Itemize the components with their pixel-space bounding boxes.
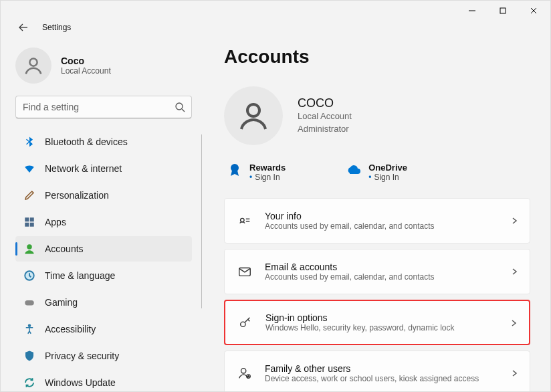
- chevron-right-icon: [510, 267, 519, 276]
- sidebar-item-label: Apps: [45, 217, 66, 227]
- header: Settings: [1, 21, 550, 34]
- time-icon: [23, 270, 35, 282]
- card-mail[interactable]: Email & accountsAccounts used by email, …: [224, 249, 530, 294]
- accounts-icon: [23, 243, 35, 255]
- sidebar-item-wifi[interactable]: Network & internet: [15, 156, 192, 181]
- profile-subtitle: Local Account: [61, 66, 111, 76]
- sidebar-item-label: Gaming: [45, 297, 78, 308]
- svg-point-23: [241, 369, 246, 373]
- svg-rect-8: [25, 217, 29, 221]
- apps-icon: [23, 216, 35, 228]
- svg-point-22: [241, 322, 245, 326]
- tile-subtitle: •Sign In: [368, 173, 407, 182]
- card-title: Sign-in options: [265, 312, 455, 323]
- svg-point-15: [29, 324, 31, 326]
- card-subtitle: Device access, work or school users, kio…: [265, 374, 479, 383]
- privacy-icon: [23, 350, 35, 362]
- sidebar-item-label: Privacy & security: [45, 351, 119, 361]
- brush-icon: [23, 189, 35, 201]
- svg-point-18: [241, 218, 245, 222]
- tile-title: Rewards: [249, 163, 286, 173]
- sidebar-item-label: Windows Update: [45, 377, 116, 388]
- chevron-right-icon: [509, 318, 518, 328]
- chevron-right-icon: [510, 216, 519, 225]
- svg-point-5: [29, 58, 37, 66]
- tile-title: OneDrive: [368, 163, 407, 173]
- card-family[interactable]: Family & other usersDevice access, work …: [224, 351, 530, 391]
- sidebar-item-label: Time & language: [45, 270, 115, 281]
- sidebar-item-label: Bluetooth & devices: [45, 136, 128, 147]
- titlebar: [1, 1, 550, 21]
- profile-block[interactable]: Coco Local Account: [13, 46, 199, 96]
- sidebar-item-privacy[interactable]: Privacy & security: [15, 343, 192, 369]
- sidebar-item-update[interactable]: Windows Update: [15, 370, 192, 391]
- sidebar-item-bluetooth[interactable]: Bluetooth & devices: [15, 129, 192, 155]
- id-icon: [237, 213, 253, 229]
- accessibility-icon: [23, 323, 35, 335]
- svg-point-16: [247, 104, 259, 116]
- svg-rect-14: [25, 300, 34, 306]
- search-icon: [175, 102, 185, 112]
- tiles-row: Rewards•Sign InOneDrive•Sign In: [224, 160, 530, 198]
- account-name: COCO: [298, 96, 352, 110]
- account-role: Administrator: [298, 123, 352, 135]
- svg-point-6: [176, 103, 183, 110]
- close-button[interactable]: [518, 1, 549, 21]
- card-subtitle: Accounts used by email, calendar, and co…: [265, 272, 434, 282]
- svg-line-7: [182, 109, 185, 112]
- account-header: COCO Local Account Administrator: [224, 86, 530, 145]
- profile-name: Coco: [61, 56, 111, 66]
- card-subtitle: Windows Hello, security key, password, d…: [265, 323, 455, 332]
- avatar-icon: [15, 47, 51, 84]
- sidebar-item-accessibility[interactable]: Accessibility: [15, 316, 192, 342]
- rewards-icon: [227, 163, 243, 179]
- account-type: Local Account: [298, 110, 352, 122]
- svg-rect-1: [500, 8, 506, 13]
- svg-point-12: [27, 244, 32, 250]
- bluetooth-icon: [23, 136, 35, 148]
- sidebar-item-apps[interactable]: Apps: [15, 209, 192, 235]
- family-icon: [237, 365, 253, 381]
- minimize-button[interactable]: [457, 1, 487, 21]
- sidebar-item-brush[interactable]: Personalization: [15, 183, 192, 208]
- mail-icon: [237, 264, 253, 280]
- sidebar-item-label: Accounts: [45, 243, 84, 254]
- wifi-icon: [23, 163, 35, 175]
- update-icon: [23, 377, 35, 389]
- sidebar-item-gaming[interactable]: Gaming: [15, 290, 192, 315]
- sidebar-item-accounts[interactable]: Accounts: [15, 236, 192, 262]
- search-container: [15, 96, 192, 118]
- tile-rewards[interactable]: Rewards•Sign In: [227, 163, 286, 182]
- card-key[interactable]: Sign-in optionsWindows Hello, security k…: [224, 300, 530, 345]
- tile-onedrive[interactable]: OneDrive•Sign In: [346, 163, 407, 182]
- nav-list: Bluetooth & devicesNetwork & internetPer…: [13, 128, 199, 391]
- onedrive-icon: [346, 163, 362, 179]
- avatar-large-icon: [224, 86, 283, 145]
- sidebar-item-label: Network & internet: [45, 163, 122, 174]
- gaming-icon: [23, 296, 35, 308]
- cards-list: Your infoAccounts used by email, calenda…: [224, 198, 530, 391]
- card-id[interactable]: Your infoAccounts used by email, calenda…: [224, 198, 530, 243]
- svg-rect-10: [25, 223, 29, 227]
- sidebar-item-label: Accessibility: [45, 324, 96, 334]
- card-title: Email & accounts: [265, 262, 434, 272]
- sidebar: Coco Local Account Bluetooth & devicesNe…: [1, 34, 201, 391]
- sidebar-item-time[interactable]: Time & language: [15, 263, 192, 288]
- card-title: Family & other users: [265, 363, 479, 374]
- tile-subtitle: •Sign In: [249, 173, 286, 182]
- main-content: Accounts COCO Local Account Administrato…: [201, 34, 550, 391]
- card-title: Your info: [265, 211, 434, 221]
- page-title: Accounts: [224, 46, 530, 68]
- svg-rect-11: [30, 223, 34, 227]
- maximize-button[interactable]: [487, 1, 518, 21]
- back-button[interactable]: [18, 22, 29, 33]
- card-subtitle: Accounts used by email, calendar, and co…: [265, 221, 434, 231]
- divider: [201, 134, 202, 308]
- chevron-right-icon: [510, 369, 519, 378]
- key-icon: [237, 314, 253, 330]
- sidebar-item-label: Personalization: [45, 190, 109, 201]
- app-title: Settings: [42, 23, 71, 32]
- svg-rect-9: [30, 217, 34, 221]
- search-input[interactable]: [15, 96, 192, 118]
